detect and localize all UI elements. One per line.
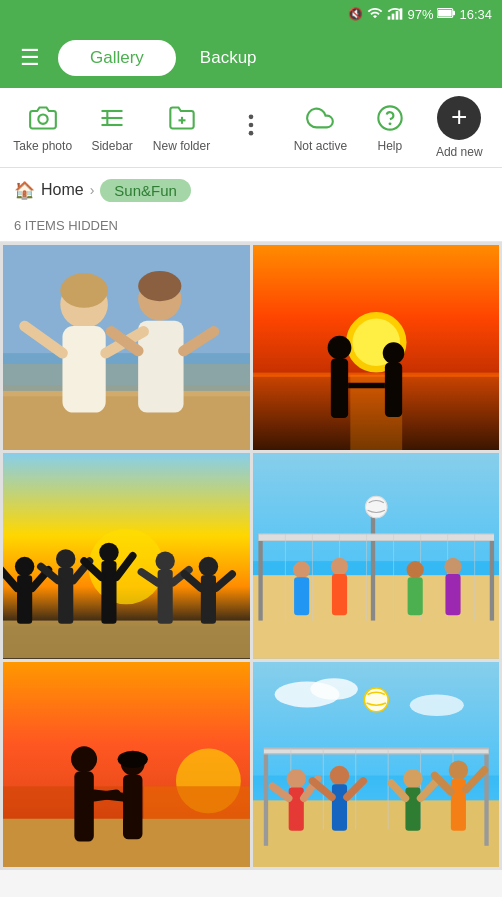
svg-rect-24 [62, 326, 105, 412]
photo-2[interactable] [253, 245, 500, 450]
add-new-button[interactable]: + Add new [429, 96, 489, 159]
svg-rect-2 [396, 11, 399, 20]
svg-point-122 [286, 769, 305, 788]
svg-point-84 [293, 562, 310, 579]
tab-backup[interactable]: Backup [176, 40, 281, 76]
svg-point-103 [118, 750, 148, 767]
cloud-icon [304, 102, 336, 134]
svg-point-27 [60, 273, 108, 308]
sidebar-label: Sidebar [91, 139, 132, 153]
svg-rect-70 [370, 513, 374, 621]
photo-3[interactable] [3, 453, 250, 658]
svg-rect-97 [144, 786, 250, 818]
take-photo-button[interactable]: Take photo [13, 102, 73, 153]
svg-rect-68 [253, 562, 500, 578]
svg-rect-127 [331, 784, 346, 830]
svg-rect-87 [331, 574, 346, 615]
svg-point-98 [71, 746, 97, 772]
tab-gallery[interactable]: Gallery [58, 40, 176, 76]
add-new-label: Add new [436, 145, 483, 159]
battery-text: 97% [407, 7, 433, 22]
svg-rect-46 [3, 621, 250, 659]
add-new-icon: + [437, 96, 481, 140]
sidebar-icon [96, 102, 128, 134]
help-icon [374, 102, 406, 134]
photo-grid [0, 242, 502, 870]
svg-rect-123 [288, 787, 303, 830]
more-icon [235, 109, 267, 141]
svg-point-7 [38, 115, 47, 124]
svg-point-51 [56, 550, 75, 569]
svg-rect-99 [74, 771, 93, 841]
svg-point-86 [330, 558, 347, 575]
photo-6[interactable] [253, 662, 500, 867]
svg-point-126 [329, 766, 348, 785]
svg-point-39 [327, 336, 351, 360]
svg-rect-131 [405, 787, 420, 830]
svg-rect-64 [201, 576, 216, 625]
svg-rect-0 [388, 16, 391, 19]
help-label: Help [377, 139, 402, 153]
svg-rect-112 [484, 748, 488, 845]
sidebar-button[interactable]: Sidebar [82, 102, 142, 153]
svg-point-55 [99, 543, 118, 562]
folder-plus-icon [166, 102, 198, 134]
svg-rect-52 [58, 568, 73, 624]
help-button[interactable]: Help [360, 102, 420, 153]
take-photo-label: Take photo [13, 139, 72, 153]
svg-rect-102 [123, 774, 142, 839]
time-text: 16:34 [459, 7, 492, 22]
signal-icon [387, 5, 403, 24]
photo-5[interactable] [3, 662, 250, 867]
svg-rect-73 [258, 534, 494, 540]
breadcrumb-home[interactable]: Home [41, 181, 84, 199]
not-active-label: Not active [294, 139, 347, 153]
svg-rect-89 [407, 578, 422, 616]
breadcrumb-current-folder[interactable]: Sun&Fun [100, 179, 191, 202]
svg-point-134 [448, 760, 467, 779]
svg-rect-60 [158, 570, 173, 624]
svg-rect-69 [253, 576, 500, 659]
svg-rect-71 [258, 534, 262, 620]
svg-rect-72 [489, 534, 493, 620]
menu-button[interactable]: ☰ [12, 40, 48, 76]
mute-icon: 🔇 [348, 7, 363, 21]
svg-rect-1 [392, 13, 395, 19]
toolbar: Take photo Sidebar New folder [0, 88, 502, 168]
svg-point-14 [249, 115, 254, 120]
hidden-notice: 6 ITEMS HIDDEN [0, 212, 502, 242]
photo-1[interactable] [3, 245, 250, 450]
svg-point-17 [378, 106, 401, 129]
svg-rect-111 [263, 748, 267, 845]
photo-4[interactable] [253, 453, 500, 658]
svg-rect-48 [17, 576, 32, 625]
battery-icon [437, 6, 455, 23]
wifi-icon [367, 5, 383, 24]
svg-rect-3 [400, 8, 403, 19]
svg-point-88 [406, 562, 423, 579]
new-folder-button[interactable]: New folder [152, 102, 212, 153]
header-tabs: Gallery Backup [58, 40, 490, 76]
svg-point-108 [409, 694, 463, 716]
header: ☰ Gallery Backup [0, 28, 502, 88]
breadcrumb: 🏠 Home › Sun&Fun [0, 168, 502, 212]
svg-rect-91 [445, 574, 460, 615]
svg-rect-5 [453, 10, 455, 15]
svg-rect-6 [439, 9, 453, 16]
svg-point-107 [310, 678, 358, 700]
svg-point-15 [249, 123, 254, 128]
breadcrumb-chevron-icon: › [90, 182, 95, 198]
svg-rect-42 [384, 363, 401, 417]
camera-icon [27, 102, 59, 134]
svg-point-41 [382, 342, 404, 364]
status-bar: 🔇 97% 16:34 [0, 0, 502, 28]
svg-line-104 [94, 794, 123, 797]
svg-point-16 [249, 131, 254, 136]
svg-point-90 [444, 558, 461, 575]
svg-point-59 [155, 552, 174, 571]
svg-rect-40 [330, 359, 347, 418]
svg-point-63 [199, 557, 218, 576]
not-active-button[interactable]: Not active [290, 102, 350, 153]
svg-point-92 [365, 497, 387, 519]
more-button[interactable] [221, 109, 281, 146]
